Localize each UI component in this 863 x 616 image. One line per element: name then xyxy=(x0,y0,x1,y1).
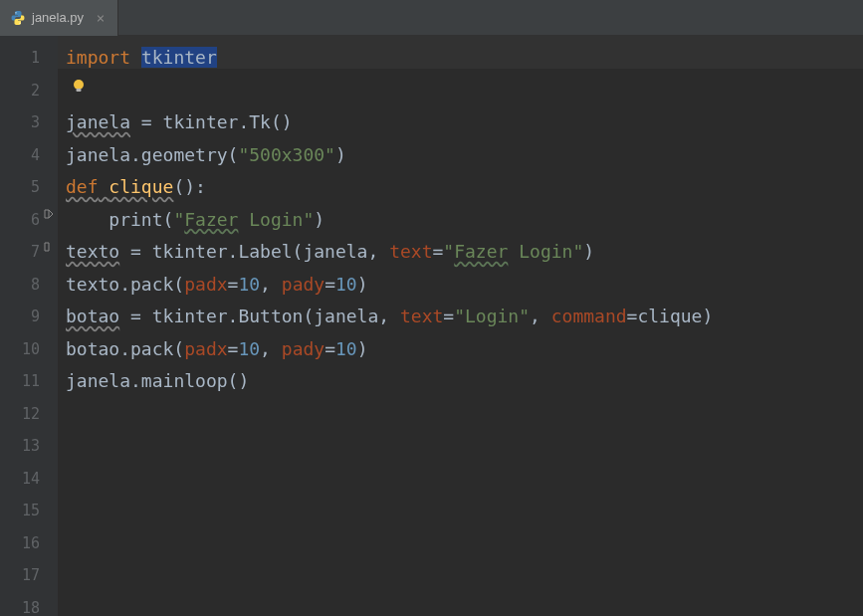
close-tab-icon[interactable]: × xyxy=(94,10,108,26)
python-file-icon xyxy=(10,10,26,26)
svg-rect-3 xyxy=(77,89,82,92)
code-line[interactable]: texto.pack(padx=10, pady=10) xyxy=(66,269,863,302)
code-line[interactable]: def clique(): xyxy=(66,171,863,204)
editor[interactable]: 1 2 3 4 5 6 7 8 9 10 11 12 13 14 15 16 1… xyxy=(0,36,863,616)
line-number: 16 xyxy=(22,527,40,560)
line-number: 12 xyxy=(22,398,40,431)
line-number: 1 xyxy=(31,42,40,75)
svg-point-1 xyxy=(19,22,20,23)
svg-point-0 xyxy=(15,12,16,13)
code-line[interactable]: janela.mainloop() xyxy=(66,365,863,398)
svg-point-2 xyxy=(74,80,84,90)
code-line[interactable]: janela.geometry("500x300") xyxy=(66,139,863,172)
line-number: 14 xyxy=(22,463,40,496)
code-line[interactable]: botao.pack(padx=10, pady=10) xyxy=(66,333,863,366)
line-number: 6 xyxy=(31,204,40,237)
line-number: 4 xyxy=(31,139,40,172)
fold-end-icon[interactable] xyxy=(42,240,56,254)
code-line[interactable]: texto = tkinter.Label(janela, text="Faze… xyxy=(66,236,863,269)
line-number: 2 xyxy=(31,75,40,107)
line-number: 15 xyxy=(22,495,40,527)
line-number: 8 xyxy=(31,269,40,302)
code-line[interactable]: print("Fazer Login") xyxy=(66,204,863,237)
lightbulb-icon[interactable] xyxy=(72,75,86,107)
gutter: 1 2 3 4 5 6 7 8 9 10 11 12 13 14 15 16 1… xyxy=(0,36,58,616)
line-number: 7 xyxy=(31,236,40,269)
file-tab[interactable]: janela.py × xyxy=(0,0,118,36)
code-content[interactable]: import tkinter janela = tkinter.Tk() jan… xyxy=(58,36,863,616)
code-line[interactable] xyxy=(66,75,863,107)
line-number: 9 xyxy=(31,301,40,333)
line-number: 11 xyxy=(22,365,40,398)
line-number: 10 xyxy=(22,333,40,366)
line-number: 3 xyxy=(31,106,40,139)
code-line[interactable]: botao = tkinter.Button(janela, text="Log… xyxy=(66,301,863,333)
fold-region-icon[interactable] xyxy=(42,207,56,221)
tab-bar: janela.py × xyxy=(0,0,863,36)
line-number: 17 xyxy=(22,559,40,592)
code-line[interactable]: janela = tkinter.Tk() xyxy=(66,106,863,139)
line-number: 5 xyxy=(31,171,40,204)
code-line[interactable]: import tkinter xyxy=(66,42,863,75)
line-number: 18 xyxy=(22,592,40,617)
tab-filename: janela.py xyxy=(32,10,84,25)
line-number: 13 xyxy=(22,430,40,463)
